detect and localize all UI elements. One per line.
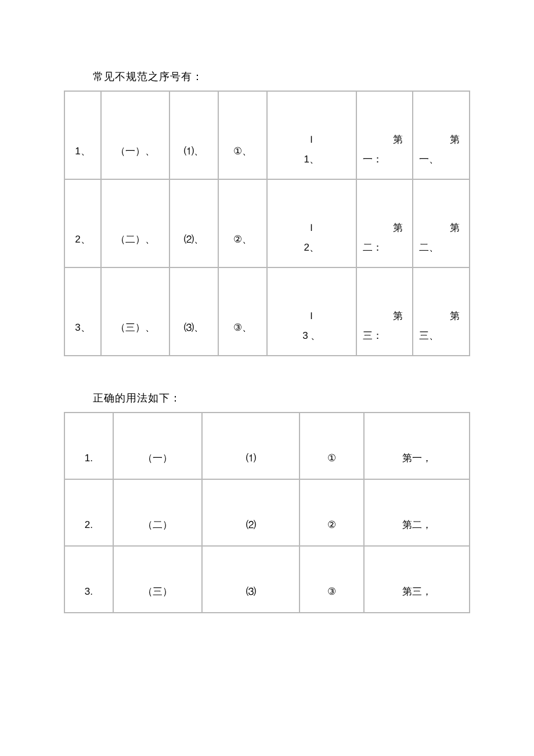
table-row: 2、 （二）、 ⑵、 ②、 Ｉ2、 第二： 第二、 [64,179,470,267]
cell: （三） [114,585,202,612]
cell: （三）、 [102,321,169,355]
cell: 第三， [365,585,469,612]
cell: ③、 [219,321,266,355]
cell: ⑶、 [170,321,218,355]
table-row: 1. （一） ⑴ ① 第一， [64,413,470,479]
cell: ①、 [219,145,266,179]
cell: 1、 [65,145,100,179]
table-row: 3. （三） ⑶ ③ 第三， [64,546,470,613]
cell: ⑵、 [170,233,218,267]
cell: 第三： [357,310,413,355]
cell: 2、 [65,233,100,267]
cell: ②、 [219,233,266,267]
cell: （一）、 [102,145,169,179]
cell: ② [300,519,364,545]
cell: ⑵ [203,519,299,545]
table-row: 2. （二） ⑵ ② 第二， [64,479,470,546]
cell: 第二： [357,222,413,267]
cell: ⑴ [203,452,299,479]
cell: Ｉ1、 [268,133,356,179]
cell: （一） [114,452,202,479]
table-incorrect: 1、 （一）、 ⑴、 ①、 Ｉ1、 第一： 第一、 2、 （二）、 ⑵、 ②、 … [64,91,470,356]
cell: 第一、 [413,133,469,179]
cell: ⑴、 [170,145,218,179]
cell: ⑶ [203,585,299,612]
cell: （二）、 [102,233,169,267]
table-row: 3、 （三）、 ⑶、 ③、 Ｉ3 、 第三： 第三、 [64,267,470,356]
cell: （二） [114,519,202,545]
table-row: 1、 （一）、 ⑴、 ①、 Ｉ1、 第一： 第一、 [64,91,470,179]
cell: ③ [300,585,364,612]
cell: 3. [65,585,113,612]
cell: 第三、 [413,310,469,355]
cell: 3、 [65,321,100,355]
table-correct: 1. （一） ⑴ ① 第一， 2. （二） ⑵ ② 第二， 3. （三） ⑶ ③… [64,412,470,613]
cell: ① [300,452,364,479]
heading-correct: 正确的用法如下： [93,391,470,405]
cell: Ｉ2、 [268,222,356,267]
cell: 第二、 [413,222,469,267]
cell: 第一： [357,133,413,179]
cell: 2. [65,519,113,545]
cell: 1. [65,452,113,479]
cell: 第二， [365,519,469,545]
cell: 第一， [365,452,469,479]
heading-incorrect: 常见不规范之序号有： [93,70,470,84]
cell: Ｉ3 、 [268,310,356,355]
